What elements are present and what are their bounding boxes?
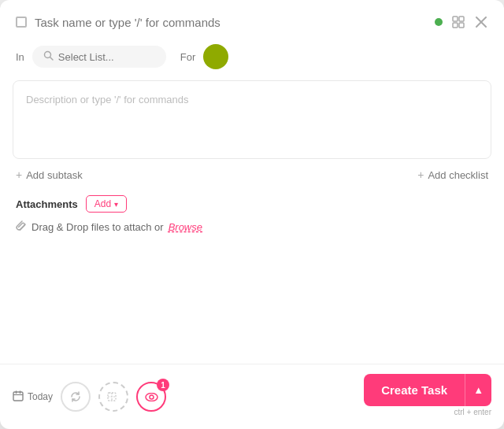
svg-rect-3 — [459, 23, 464, 28]
eye-icon — [145, 393, 158, 401]
modal-footer: Today — [0, 364, 504, 429]
drag-drop-text: Drag & Drop files to attach or — [32, 221, 164, 233]
add-attachment-button[interactable]: Add ▾ — [86, 195, 127, 213]
sprint-button[interactable] — [61, 382, 91, 412]
modal-header — [0, 0, 504, 39]
svg-point-16 — [150, 395, 154, 399]
svg-rect-0 — [453, 17, 458, 21]
expand-button[interactable] — [450, 14, 466, 30]
calendar-icon — [13, 390, 24, 404]
watchers-badge: 1 — [157, 379, 169, 391]
sprint-icon — [69, 390, 82, 403]
online-status-dot — [435, 18, 443, 26]
attachments-header: Attachments Add ▾ — [16, 195, 488, 213]
plus-icon: + — [16, 168, 22, 181]
chevron-up-icon: ▲ — [473, 384, 484, 396]
description-area[interactable]: Description or type '/' for commands — [13, 80, 491, 159]
header-actions — [450, 14, 488, 30]
add-subtask-label: Add subtask — [26, 169, 83, 181]
select-list-input[interactable] — [58, 51, 145, 63]
svg-point-15 — [146, 393, 158, 401]
create-task-modal: In For Description or type '/' for comma… — [0, 0, 504, 429]
today-button[interactable]: Today — [13, 390, 53, 404]
add-checklist-button[interactable]: + Add checklist — [417, 168, 488, 181]
svg-rect-2 — [453, 23, 458, 28]
create-task-row: Create Task ▲ — [364, 374, 491, 406]
svg-line-7 — [50, 57, 53, 61]
search-icon — [43, 50, 54, 63]
today-label: Today — [28, 391, 53, 402]
task-name-input[interactable] — [35, 16, 427, 29]
svg-rect-8 — [13, 392, 23, 401]
watchers-badge-wrapper: 1 — [136, 382, 166, 412]
browse-link[interactable]: Browse — [169, 221, 202, 233]
close-icon — [476, 17, 487, 28]
drag-drop-row: Drag & Drop files to attach or Browse — [16, 220, 488, 234]
add-subtask-button[interactable]: + Add subtask — [16, 168, 83, 181]
attachments-label: Attachments — [16, 198, 78, 210]
add-checklist-label: Add checklist — [428, 169, 488, 181]
description-placeholder: Description or type '/' for commands — [26, 94, 189, 105]
create-task-button[interactable]: Create Task — [364, 374, 465, 406]
close-button[interactable] — [474, 15, 488, 29]
tag-button[interactable] — [98, 382, 128, 412]
footer-right-col: Create Task ▲ ctrl + enter — [364, 374, 491, 420]
in-for-row: In For — [0, 39, 504, 80]
select-list-wrapper[interactable] — [32, 46, 166, 68]
subtask-checklist-row: + Add subtask + Add checklist — [0, 159, 504, 190]
in-label: In — [16, 51, 24, 63]
expand-icon — [452, 16, 465, 28]
footer-left: Today — [13, 382, 166, 412]
chevron-down-icon: ▾ — [114, 200, 118, 209]
avatar[interactable] — [203, 44, 228, 69]
task-status-square[interactable] — [16, 17, 27, 28]
attachments-section: Attachments Add ▾ Drag & Drop files to a… — [0, 190, 504, 240]
shortcut-hint: ctrl + enter — [454, 406, 491, 420]
paperclip-icon — [16, 220, 27, 234]
tag-icon — [107, 391, 120, 402]
add-label: Add — [94, 198, 111, 209]
create-task-arrow-button[interactable]: ▲ — [465, 374, 491, 406]
for-label: For — [180, 51, 196, 63]
plus-icon-checklist: + — [417, 168, 424, 181]
svg-rect-1 — [459, 17, 464, 21]
